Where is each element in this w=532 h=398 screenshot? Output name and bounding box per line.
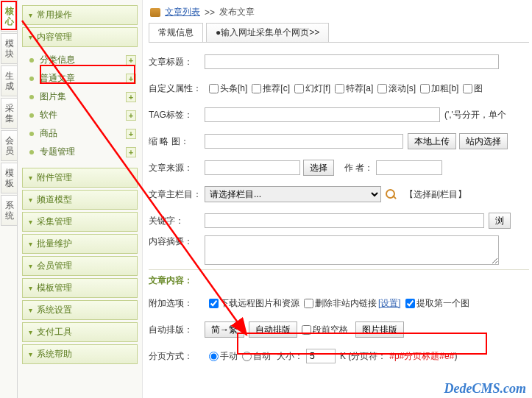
tab-general[interactable]: 常规信息 [149,23,203,42]
chevron-down-icon: ▾ [29,240,32,248]
chk-indent[interactable] [302,325,311,335]
tree-item-label: 专题管理 [40,146,75,158]
plus-icon[interactable]: + [126,147,136,157]
label-tags: TAG标签： [149,109,205,121]
radio-paging-auto[interactable] [242,352,252,361]
label-summary: 内容摘要： [149,235,205,248]
link-external-settings[interactable]: [设置] [378,297,401,310]
label-title: 文章标题： [149,56,205,68]
input-source[interactable] [205,160,300,175]
vtab-core[interactable]: 核心 [1,1,17,32]
vtab-template[interactable]: 模板 [1,163,17,193]
btn-source-pick[interactable]: 选择 [303,160,334,176]
sidebar-section-channel[interactable]: ▾频道模型 [22,190,138,210]
tree-item-goods[interactable]: 商品+ [25,124,138,143]
chk-slide[interactable] [294,84,304,93]
plus-icon[interactable]: + [126,110,136,121]
radio-paging-manual[interactable] [209,352,219,361]
sidebar-section-attachment[interactable]: ▾附件管理 [22,168,138,188]
sidebar: ▾常用操作 ▾内容管理 分类信息+ 普通文章+ 图片集+ 软件+ 商品+ 专题管… [18,0,143,398]
sidebar-section-common[interactable]: ▾常用操作 [22,5,138,25]
tree-item-software[interactable]: 软件+ [25,106,138,124]
chk-headline[interactable] [209,84,219,93]
attr-checkbox-group: 头条[h] 推荐[c] 幻灯[f] 特荐[a] 滚动[s] 加粗[b] 图 [205,82,483,95]
tree-item-articles[interactable]: 普通文章+ [25,69,138,88]
sidebar-section-payment[interactable]: ▾支付工具 [22,322,138,342]
chk-pic[interactable] [463,84,472,93]
sidebar-section-help[interactable]: ▾系统帮助 [22,344,138,364]
vtab-collect[interactable]: 采集 [1,98,17,129]
btn-thumb-upload[interactable]: 本地上传 [408,133,456,149]
input-thumb[interactable] [205,134,403,149]
bullet-icon [29,95,34,99]
plus-icon[interactable]: + [126,55,136,65]
input-title[interactable] [205,54,499,69]
tree-item-label: 图片集 [40,90,66,103]
sidebar-section-member[interactable]: ▾会员管理 [22,256,138,276]
sidebar-section-label: 频道模型 [37,193,72,206]
chk-label: 头条[h] [220,82,247,95]
input-author[interactable] [376,160,442,175]
sidebar-section-settings[interactable]: ▾系统设置 [22,300,138,320]
sidebar-section-label: 批量维护 [37,238,72,250]
chk-recommend[interactable] [252,84,261,93]
search-icon[interactable] [386,189,396,199]
sidebar-section-label: 内容管理 [37,31,72,43]
chk-bold[interactable] [420,84,430,93]
tree-item-label: 普通文章 [40,72,75,85]
breadcrumb-list[interactable]: 文章列表 [165,6,200,18]
btn-image-layout[interactable]: 图片排版 [355,321,404,338]
label-paging-unit: K (分页符： [340,350,386,363]
tab-url-collect[interactable]: ●输入网址采集单个网页>> [206,23,329,42]
breadcrumb-sep: >> [205,7,215,18]
vtab-system[interactable]: 系统 [1,195,17,226]
chk-extract-first-image[interactable] [405,299,415,308]
input-tags[interactable] [205,107,440,122]
vtab-member[interactable]: 会员 [1,130,17,161]
btn-simplified-traditional[interactable]: 简→繁 [205,321,244,338]
label-author: 作 者： [344,162,373,174]
chk-label: 段前空格 [313,324,348,336]
plus-icon[interactable]: + [126,129,136,139]
hint-tags: (','号分开，单个 [444,109,506,121]
vtab-generate[interactable]: 生成 [1,65,17,96]
sidebar-section-content[interactable]: ▾内容管理 [22,27,138,47]
breadcrumb-current: 发布文章 [219,6,255,18]
vtab-module[interactable]: 模块 [1,33,17,64]
main-panel: 文章列表 >> 发布文章 常规信息 ●输入网址采集单个网页>> 文章标题： 自定… [143,0,532,398]
plus-icon[interactable]: + [126,74,136,84]
chevron-down-icon: ▾ [29,328,32,336]
btn-keyword-browse[interactable]: 浏 [489,213,511,229]
input-keywords[interactable] [205,213,484,228]
tree-item-label: 商品 [40,127,57,140]
label-column: 文章主栏目： [149,188,205,201]
radio-label: 手动 [220,350,238,363]
tree-item-label: 软件 [40,109,57,121]
chevron-down-icon: ▾ [29,218,32,226]
chk-special[interactable] [335,84,344,93]
label-paging-size: 大小： [277,350,303,363]
tree-item-special[interactable]: 专题管理+ [25,143,138,161]
chk-scroll[interactable] [377,84,387,93]
content-tree: 分类信息+ 普通文章+ 图片集+ 软件+ 商品+ 专题管理+ [22,49,138,166]
chk-label: 加粗[b] [431,82,458,95]
label-source: 文章来源： [149,162,205,174]
sidebar-section-batch[interactable]: ▾批量维护 [22,234,138,254]
chk-remove-external[interactable] [304,299,313,308]
breadcrumb: 文章列表 >> 发布文章 [149,4,529,23]
input-paging-size[interactable] [306,349,336,363]
select-column[interactable]: 请选择栏目... [205,186,381,202]
sidebar-section-template[interactable]: ▾模板管理 [22,278,138,298]
btn-auto-layout[interactable]: 自动排版 [249,321,297,338]
tree-item-category[interactable]: 分类信息+ [25,51,138,69]
chk-label: 删除非站内链接 [315,297,377,310]
textarea-summary[interactable] [205,235,499,265]
chk-label: 提取第一个图 [416,297,469,310]
plus-icon[interactable]: + [126,92,136,102]
sidebar-section-collect[interactable]: ▾采集管理 [22,212,138,232]
radio-label: 自动 [253,350,271,363]
tree-item-gallery[interactable]: 图片集+ [25,88,138,106]
label-subcolumn[interactable]: 【选择副栏目】 [405,188,467,201]
chk-download-remote[interactable] [209,299,219,308]
btn-thumb-pick[interactable]: 站内选择 [459,133,508,149]
